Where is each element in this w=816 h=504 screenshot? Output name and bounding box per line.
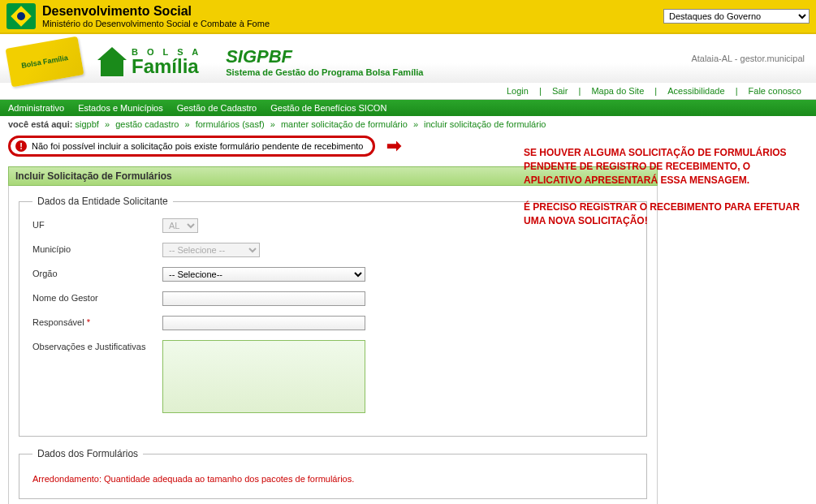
program-banner: Bolsa Família B O L S A Família SIGPBF S… — [0, 34, 816, 83]
familia-logo: B O L S A Família — [97, 47, 201, 76]
login-link[interactable]: Login — [507, 86, 529, 96]
error-message-box: ! Não foi possível incluir a solicitação… — [8, 136, 375, 157]
menu-gestao-cadastro[interactable]: Gestão de Cadastro — [177, 103, 257, 113]
brazil-flag-icon — [6, 3, 36, 29]
annotation-line1: SE HOUVER ALGUMA SOLICITAÇÃO DE FORMULÁR… — [524, 146, 800, 187]
header-title: Desenvolvimento Social — [42, 4, 663, 19]
label-uf: UF — [32, 218, 162, 230]
breadcrumb-incluir[interactable]: incluir solicitação de formulário — [424, 119, 546, 129]
sair-link[interactable]: Sair — [552, 86, 568, 96]
menu-administrativo[interactable]: Administrativo — [8, 103, 64, 113]
municipio-select[interactable]: -- Selecione -- — [162, 243, 260, 257]
breadcrumb-label: você está aqui: — [8, 119, 72, 129]
header-subtitle: Ministério do Desenvolvimento Social e C… — [42, 19, 663, 28]
bolsa-card-icon: Bolsa Família — [6, 37, 84, 88]
orgao-select[interactable]: -- Selecione-- — [162, 267, 365, 282]
sigpbf-subtitle: Sistema de Gestão do Programa Bolsa Famí… — [226, 67, 423, 77]
error-icon: ! — [15, 140, 27, 152]
breadcrumb-sep: » — [105, 119, 110, 129]
arredondamento-note: Arredondamento: Quantidade adequada ao t… — [32, 471, 633, 487]
user-context: Atalaia-AL - gestor.municipal — [691, 54, 805, 63]
legend-entidade: Dados da Entidade Solicitante — [32, 196, 173, 207]
breadcrumb-sigpbf[interactable]: sigpbf — [76, 119, 99, 129]
header-titles: Desenvolvimento Social Ministério do Des… — [42, 4, 663, 28]
menu-gestao-beneficios[interactable]: Gestão de Benefícios SICON — [270, 103, 386, 113]
error-text: Não foi possível incluir a solicitação p… — [32, 141, 363, 151]
sigpbf-block: SIGPBF Sistema de Gestão do Programa Bol… — [226, 46, 423, 77]
panel-body: Dados da Entidade Solicitante UF AL Muni… — [8, 186, 658, 504]
breadcrumb-gestao[interactable]: gestão cadastro — [115, 119, 179, 129]
menu-estados[interactable]: Estados e Municípios — [78, 103, 163, 113]
highlights-dropdown[interactable]: Destaques do Governo — [663, 9, 810, 24]
label-responsavel: Responsável * — [32, 316, 162, 327]
separator: | — [579, 86, 581, 96]
mapa-link[interactable]: Mapa do Site — [591, 86, 644, 96]
house-icon — [97, 47, 127, 76]
legend-formularios: Dados dos Formulários — [32, 448, 143, 459]
responsavel-input[interactable] — [162, 316, 365, 330]
bolsa-label-big: Família — [132, 57, 201, 76]
breadcrumb-sep: » — [270, 119, 275, 129]
nome-gestor-input[interactable] — [162, 291, 365, 306]
separator: | — [654, 86, 657, 96]
gov-header: Desenvolvimento Social Ministério do Des… — [0, 0, 816, 34]
arrow-right-icon: ➡ — [386, 136, 401, 157]
fieldset-entidade: Dados da Entidade Solicitante UF AL Muni… — [19, 196, 647, 437]
breadcrumb-formularios[interactable]: formulários (sasf) — [196, 119, 265, 129]
label-orgao: Orgão — [32, 267, 162, 278]
uf-select[interactable]: AL — [162, 218, 198, 233]
breadcrumb-manter[interactable]: manter solicitação de formulário — [281, 119, 408, 129]
separator: | — [736, 86, 738, 96]
fale-link[interactable]: Fale conosco — [749, 86, 801, 96]
required-asterisk: * — [87, 317, 90, 327]
label-observacoes: Observações e Justificativas — [32, 340, 162, 351]
top-links-bar: Login | Sair | Mapa do Site | Acessibili… — [0, 83, 816, 100]
separator: | — [539, 86, 542, 96]
breadcrumb-sep: » — [413, 119, 418, 129]
annotation-line2: É PRECISO REGISTRAR O RECEBIMENTO PARA E… — [524, 200, 800, 228]
label-municipio: Município — [32, 243, 162, 254]
label-nome-gestor: Nome do Gestor — [32, 291, 162, 303]
sigpbf-title: SIGPBF — [226, 46, 423, 67]
breadcrumb: você está aqui: sigpbf » gestão cadastro… — [0, 116, 816, 132]
fieldset-formularios: Dados dos Formulários Arredondamento: Qu… — [19, 448, 647, 499]
observacoes-textarea[interactable] — [162, 340, 365, 413]
breadcrumb-sep: » — [185, 119, 190, 129]
annotation-text: SE HOUVER ALGUMA SOLICITAÇÃO DE FORMULÁR… — [524, 146, 800, 228]
acess-link[interactable]: Acessibilidade — [667, 86, 724, 96]
main-menu: Administrativo Estados e Municípios Gest… — [0, 100, 816, 116]
